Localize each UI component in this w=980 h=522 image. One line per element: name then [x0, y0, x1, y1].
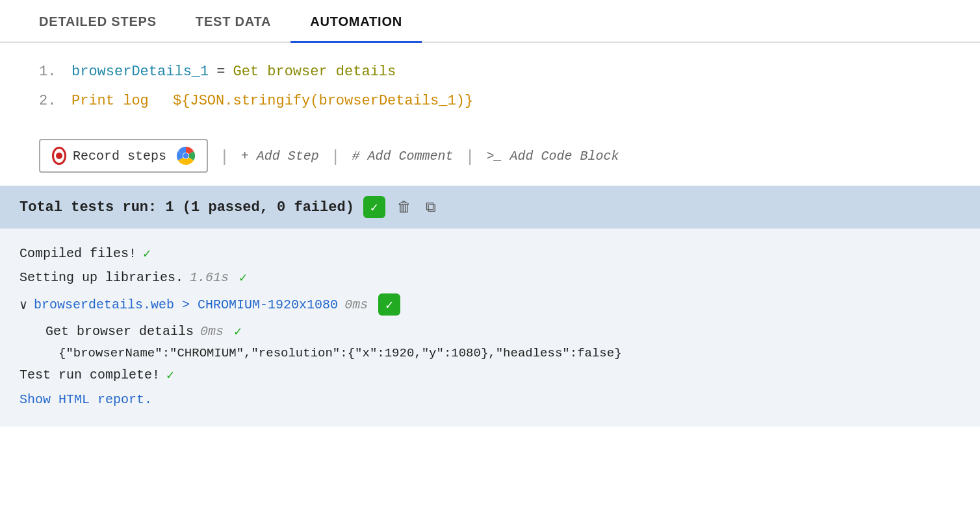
code-line-2: 2. Print log ${JSON.stringify(browserDet… — [39, 90, 941, 112]
suite-time: 0ms — [344, 297, 368, 312]
suite-pass-badge: ✓ — [378, 293, 400, 316]
compiled-files-text: Compiled files! — [19, 246, 136, 261]
tab-bar: DETAILED STEPS TEST DATA AUTOMATION — [0, 0, 980, 43]
results-summary-text: Total tests run: 1 (1 passed, 0 failed) — [19, 199, 354, 216]
pass-badge: ✓ — [363, 196, 385, 218]
test-complete-text: Test run complete! — [19, 367, 160, 382]
tab-automation[interactable]: AUTOMATION — [290, 0, 422, 43]
setting-up-line: Setting up libraries. 1.61s ✓ — [19, 266, 961, 290]
suite-line: ∨ browserdetails.web > CHROMIUM-1920x108… — [19, 290, 961, 319]
show-html-report-link[interactable]: Show HTML report. — [19, 387, 961, 407]
add-code-block-button[interactable]: >_ Add Code Block — [486, 142, 619, 170]
compiled-check-icon: ✓ — [143, 245, 151, 262]
separator-1: | — [208, 146, 241, 166]
results-body: Compiled files! ✓ Setting up libraries. … — [0, 229, 980, 427]
add-step-button[interactable]: + Add Step — [241, 142, 319, 170]
results-header: Total tests run: 1 (1 passed, 0 failed) … — [0, 186, 980, 229]
test-complete-check-icon: ✓ — [166, 367, 174, 383]
tab-detailed-steps[interactable]: DETAILED STEPS — [19, 0, 176, 43]
browser-details-check-icon: ✓ — [234, 323, 242, 340]
action-2: Print log — [71, 90, 149, 112]
chevron-icon[interactable]: ∨ — [19, 297, 27, 313]
record-icon — [52, 149, 66, 163]
line-number-2: 2. — [39, 90, 71, 112]
separator-3: | — [454, 146, 487, 166]
record-steps-label: Record steps — [73, 149, 166, 164]
svg-point-3 — [183, 153, 188, 158]
code-line-1: 1. browserDetails_1 = Get browser detail… — [39, 61, 941, 82]
record-steps-button[interactable]: Record steps — [39, 139, 208, 173]
code-editor: 1. browserDetails_1 = Get browser detail… — [0, 43, 980, 132]
variable-name-1: browserDetails_1 — [71, 61, 209, 82]
operator-2 — [149, 90, 173, 112]
json-output-text: {"browserName":"CHROMIUM","resolution":{… — [58, 346, 622, 360]
chrome-icon — [177, 147, 195, 165]
tab-test-data[interactable]: TEST DATA — [176, 0, 290, 43]
browser-details-time: 0ms — [200, 324, 224, 339]
setup-time: 1.61s — [190, 270, 229, 285]
value-2: ${JSON.stringify(browserDetails_1)} — [173, 90, 473, 112]
action-toolbar: Record steps | + Add Step | # Add Commen… — [0, 132, 980, 186]
keyword-1: Get browser details — [233, 61, 396, 82]
separator-2: | — [319, 146, 352, 166]
browser-details-line: Get browser details 0ms ✓ — [19, 319, 961, 343]
compiled-files-line: Compiled files! ✓ — [19, 242, 961, 266]
browser-details-text: Get browser details — [45, 324, 194, 339]
delete-button[interactable]: 🗑 — [394, 196, 414, 218]
line-number-1: 1. — [39, 61, 71, 82]
setting-up-text: Setting up libraries. — [19, 270, 183, 285]
test-complete-line: Test run complete! ✓ — [19, 363, 961, 387]
copy-button[interactable]: ⧉ — [423, 196, 439, 218]
suite-link[interactable]: browserdetails.web > CHROMIUM-1920x1080 — [34, 297, 338, 312]
add-comment-button[interactable]: # Add Comment — [352, 142, 454, 170]
operator-1: = — [209, 61, 233, 82]
setup-check-icon: ✓ — [239, 269, 247, 286]
json-output-line: {"browserName":"CHROMIUM","resolution":{… — [19, 343, 961, 363]
